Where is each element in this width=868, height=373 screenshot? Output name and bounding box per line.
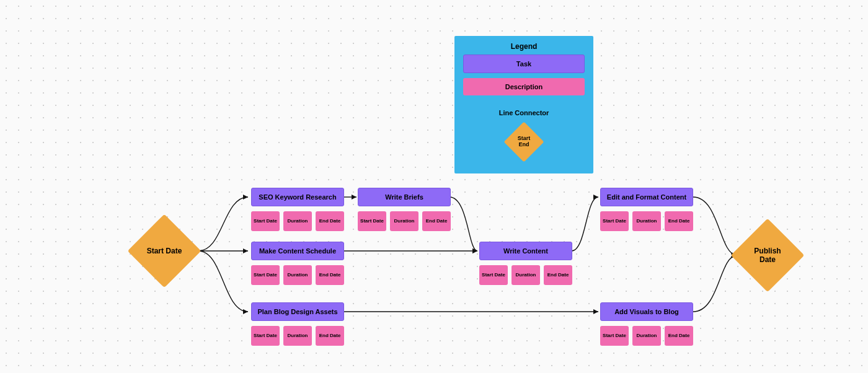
start-node[interactable]: Start Date bbox=[127, 214, 202, 288]
task-plan[interactable]: Plan Blog Design Assets Start Date Durat… bbox=[251, 302, 344, 346]
legend-desc-swatch: Description bbox=[463, 78, 585, 95]
chip-duration: Duration bbox=[632, 326, 661, 346]
chip-duration: Duration bbox=[283, 211, 312, 231]
chip-duration: Duration bbox=[283, 265, 312, 285]
end-node[interactable]: Publish Date bbox=[730, 218, 805, 292]
chip-start: Start Date bbox=[251, 265, 280, 285]
legend-diamond: Start End bbox=[463, 120, 585, 164]
chip-duration: Duration bbox=[283, 326, 312, 346]
chip-end: End Date bbox=[665, 211, 693, 231]
task-seo[interactable]: SEO Keyword Research Start Date Duration… bbox=[251, 188, 344, 231]
task-chips: Start Date Duration End Date bbox=[358, 211, 451, 231]
task-chips: Start Date Duration End Date bbox=[600, 326, 693, 346]
chip-start: Start Date bbox=[251, 326, 280, 346]
task-chips: Start Date Duration End Date bbox=[479, 265, 572, 285]
legend-connector-row: Line Connector bbox=[463, 100, 585, 116]
task-title: SEO Keyword Research bbox=[251, 188, 344, 206]
chip-end: End Date bbox=[665, 326, 693, 346]
task-write[interactable]: Write Content Start Date Duration End Da… bbox=[479, 242, 572, 285]
task-edit[interactable]: Edit and Format Content Start Date Durat… bbox=[600, 188, 693, 231]
task-briefs[interactable]: Write Briefs Start Date Duration End Dat… bbox=[358, 188, 451, 231]
chip-start: Start Date bbox=[479, 265, 508, 285]
chip-end: End Date bbox=[316, 211, 344, 231]
task-chips: Start Date Duration End Date bbox=[251, 211, 344, 231]
chip-end: End Date bbox=[422, 211, 451, 231]
chip-end: End Date bbox=[316, 265, 344, 285]
legend-task-swatch: Task bbox=[463, 55, 585, 73]
start-label: Start Date bbox=[147, 247, 182, 255]
chip-end: End Date bbox=[544, 265, 572, 285]
task-chips: Start Date Duration End Date bbox=[600, 211, 693, 231]
task-title: Write Briefs bbox=[358, 188, 451, 206]
chip-start: Start Date bbox=[358, 211, 386, 231]
chip-start: Start Date bbox=[600, 211, 629, 231]
dot-grid bbox=[0, 0, 868, 373]
task-title: Write Content bbox=[479, 242, 572, 260]
chip-duration: Duration bbox=[632, 211, 661, 231]
chip-duration: Duration bbox=[512, 265, 540, 285]
chip-start: Start Date bbox=[251, 211, 280, 231]
task-title: Add Visuals to Blog bbox=[600, 302, 693, 321]
task-chips: Start Date Duration End Date bbox=[251, 326, 344, 346]
end-label: Publish Date bbox=[754, 247, 781, 264]
legend-panel[interactable]: Legend Task Description Line Connector S… bbox=[454, 36, 593, 173]
task-title: Edit and Format Content bbox=[600, 188, 693, 206]
task-visuals[interactable]: Add Visuals to Blog Start Date Duration … bbox=[600, 302, 693, 346]
task-chips: Start Date Duration End Date bbox=[251, 265, 344, 285]
chip-start: Start Date bbox=[600, 326, 629, 346]
chip-duration: Duration bbox=[390, 211, 418, 231]
task-title: Plan Blog Design Assets bbox=[251, 302, 344, 321]
legend-title: Legend bbox=[463, 42, 585, 51]
task-title: Make Content Schedule bbox=[251, 242, 344, 260]
chip-end: End Date bbox=[316, 326, 344, 346]
task-schedule[interactable]: Make Content Schedule Start Date Duratio… bbox=[251, 242, 344, 285]
legend-diamond-label: Start End bbox=[518, 136, 531, 148]
diagram-canvas[interactable]: Start Date Publish Date SEO Keyword Rese… bbox=[0, 0, 868, 373]
legend-connector-label: Line Connector bbox=[463, 109, 585, 116]
